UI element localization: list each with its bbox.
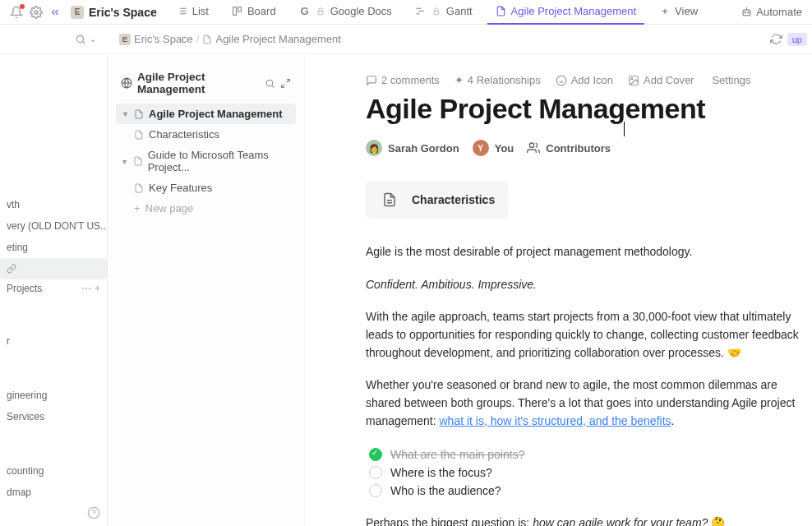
collapse-sidebar-icon[interactable] [49, 7, 61, 18]
tab-gantt[interactable]: Gantt [407, 0, 481, 25]
settings-gear-icon[interactable] [30, 6, 43, 19]
tab-label: Gantt [446, 5, 473, 17]
lock-icon [431, 6, 442, 17]
check-item[interactable]: What are the main points? [369, 445, 804, 464]
checkbox-icon[interactable] [369, 448, 382, 461]
outline-tree: ▾ Agile Project Management Characteristi… [116, 104, 296, 219]
tab-label: View [675, 5, 698, 17]
workspace-name: Eric's Space [89, 6, 157, 19]
outline-node-label: Characteristics [149, 128, 219, 141]
page-outline-panel: Agile Project Management ▾ Agile Project… [108, 54, 305, 526]
check-item[interactable]: Who is the audience? [369, 482, 804, 500]
people-icon [527, 141, 540, 155]
workspace-title[interactable]: E Eric's Space [71, 6, 157, 19]
tab-label: Google Docs [330, 5, 392, 17]
collapse-icon[interactable] [280, 78, 291, 89]
svg-point-0 [35, 11, 38, 14]
more-icon[interactable]: ⋯ [81, 283, 91, 294]
sidebar-item[interactable]: eting [0, 237, 107, 258]
person-you[interactable]: Y You [473, 140, 514, 156]
sidebar-item[interactable]: vth [0, 194, 107, 215]
relationships-button[interactable]: ✦ 4 Relationships [454, 74, 541, 86]
checkbox-icon[interactable] [369, 484, 382, 497]
doc-icon [134, 183, 144, 193]
tab-agile-project-management[interactable]: Agile Project Management [487, 0, 644, 25]
breadcrumb-page[interactable]: Agile Project Management [202, 33, 340, 45]
sidebar-item[interactable]: r [0, 330, 107, 352]
up-badge[interactable]: up [787, 33, 807, 46]
sidebar-item[interactable]: dmap [0, 482, 107, 503]
check-item[interactable]: Where is the focus? [369, 464, 804, 482]
outline-node[interactable]: ▾ Guide to Microsoft Teams Project... [116, 145, 296, 178]
workspace-sidebar: vth very (OLD DON'T US... eting Projects… [0, 54, 108, 526]
plus-icon[interactable]: + [95, 283, 100, 294]
lock-icon [315, 6, 326, 17]
sidebar-item[interactable]: Services [0, 406, 107, 427]
search-icon[interactable] [265, 78, 275, 89]
sidebar-item[interactable] [0, 258, 107, 279]
workspace-badge: E [71, 6, 84, 19]
paragraph[interactable]: With the agile approach, teams start pro… [366, 308, 804, 362]
help-icon[interactable] [87, 506, 100, 519]
smile-icon [556, 75, 567, 86]
tab-google-docs[interactable]: G Google Docs [291, 0, 400, 25]
svg-point-24 [266, 80, 273, 86]
characteristics-block[interactable]: Characteristics [366, 181, 508, 219]
sidebar-item[interactable]: gineering [0, 385, 107, 406]
person-sarah[interactable]: 👩 Sarah Gordon [366, 140, 459, 156]
sidebar-item[interactable]: very (OLD DON'T US... [0, 215, 107, 237]
tab-label: List [192, 5, 209, 17]
checkbox-icon[interactable] [369, 466, 382, 479]
comment-icon [366, 75, 377, 86]
document-body[interactable]: Agile is the most desirable of project m… [366, 243, 804, 526]
breadcrumb-space[interactable]: E Eric's Space [119, 33, 193, 45]
google-icon: G [299, 6, 311, 17]
plus-icon: + [134, 202, 141, 215]
avatar: 👩 [366, 140, 382, 156]
automate-button[interactable]: Automate [740, 6, 802, 18]
chevron-down-icon[interactable]: ▾ [121, 157, 128, 166]
section-title: Characteristics [412, 193, 495, 206]
doc-settings-button[interactable]: Settings [712, 74, 750, 86]
sidebar-item[interactable]: counting [0, 460, 107, 482]
outline-node[interactable]: ▾ Agile Project Management [116, 104, 296, 124]
chevron-down-icon[interactable]: ⌄ [90, 35, 96, 44]
outline-title: Agile Project Management [137, 71, 260, 95]
svg-point-16 [748, 12, 749, 13]
new-page-button[interactable]: + New page [116, 198, 296, 219]
outline-node[interactable]: Key Features [116, 178, 296, 198]
link-icon [7, 264, 16, 274]
tab-label: Board [247, 5, 276, 17]
automate-label: Automate [756, 6, 802, 18]
paragraph[interactable]: Whether you're seasoned or brand new to … [366, 376, 804, 430]
add-cover-button[interactable]: Add Cover [628, 74, 694, 86]
tab-board[interactable]: Board [224, 0, 284, 25]
tab-add-view[interactable]: + View [651, 0, 706, 25]
notifications-icon[interactable] [10, 6, 23, 19]
outline-node-label: Agile Project Management [149, 108, 283, 120]
tab-list[interactable]: List [168, 0, 217, 25]
document-actions: 2 comments ✦ 4 Relationships Add Icon Ad… [366, 74, 804, 86]
contributors-button[interactable]: Contributors [527, 141, 611, 155]
svg-point-15 [745, 12, 745, 13]
inline-link[interactable]: what it is, how it's structured, and the… [440, 414, 671, 427]
paragraph[interactable]: Confident. Ambitious. Impressive. [366, 276, 804, 294]
outline-node-label: Key Features [149, 182, 212, 194]
svg-rect-8 [238, 7, 242, 12]
svg-point-32 [631, 78, 633, 80]
document-title[interactable]: Agile Project Management [366, 93, 804, 125]
board-icon [232, 6, 243, 17]
sidebar-group-projects[interactable]: Projects ⋯ + [0, 279, 107, 298]
comments-button[interactable]: 2 comments [366, 74, 440, 86]
svg-rect-7 [233, 7, 237, 16]
chevron-down-icon[interactable]: ▾ [121, 109, 129, 118]
add-icon-button[interactable]: Add Icon [556, 74, 613, 86]
paragraph[interactable]: Agile is the most desirable of project m… [366, 243, 804, 261]
svg-line-26 [287, 79, 290, 82]
sync-icon[interactable] [770, 33, 782, 45]
svg-point-33 [530, 143, 534, 147]
paragraph[interactable]: Perhaps the biggest question is: how can… [366, 514, 804, 527]
outline-node[interactable]: Characteristics [116, 124, 296, 145]
search-icon[interactable] [75, 34, 86, 45]
svg-line-27 [282, 84, 285, 87]
